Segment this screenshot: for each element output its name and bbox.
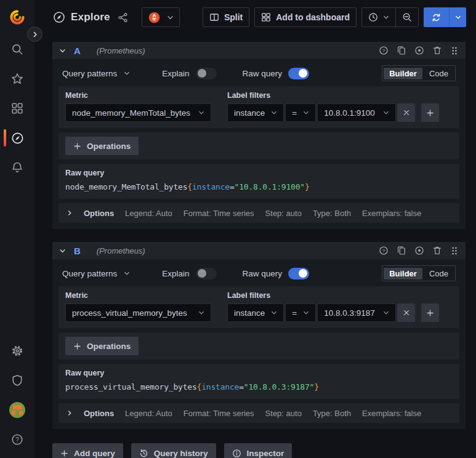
raw-query-toggle[interactable] — [288, 268, 309, 279]
raw-query-panel-label: Raw query — [65, 369, 453, 377]
sidebar-item-dashboards[interactable] — [0, 94, 34, 123]
disable-query-button[interactable] — [414, 246, 424, 255]
metric-select[interactable]: node_memory_MemTotal_bytes — [65, 103, 211, 122]
builder-mode-button[interactable]: Builder — [384, 68, 422, 79]
remove-query-button[interactable] — [432, 246, 442, 255]
editor-mode-group: Builder Code — [382, 65, 456, 81]
query-help-button[interactable]: ? — [379, 246, 389, 255]
query-row-header[interactable]: A (Prometheus) ? — [52, 42, 466, 59]
sidebar-item-settings[interactable] — [0, 336, 34, 366]
datasource-picker[interactable] — [142, 7, 180, 27]
apps-grid-icon — [261, 12, 271, 22]
query-patterns-dropdown[interactable]: Query patterns — [62, 269, 130, 278]
duplicate-query-button[interactable] — [397, 246, 406, 255]
chevron-down-icon — [383, 110, 389, 116]
collapse-query-button[interactable] — [59, 47, 66, 54]
time-zoom-out-button[interactable] — [396, 8, 418, 26]
search-icon — [11, 43, 23, 55]
chevron-down-icon — [198, 310, 204, 316]
builder-mode-button[interactable]: Builder — [384, 268, 422, 279]
metric-label: Metric — [65, 291, 211, 300]
plus-icon — [73, 342, 81, 350]
label-operator-select[interactable]: = — [285, 103, 316, 122]
label-key-select[interactable]: instance — [227, 303, 284, 322]
chevron-down-icon — [124, 70, 130, 76]
explain-toggle[interactable] — [196, 268, 217, 279]
raw-query-toggle-group: Raw query — [243, 68, 310, 79]
drag-query-handle[interactable] — [450, 46, 459, 55]
add-operation-button[interactable]: Operations — [65, 137, 139, 155]
split-button-label: Split — [224, 12, 243, 22]
code-mode-button[interactable]: Code — [424, 68, 454, 79]
add-operation-button[interactable]: Operations — [65, 337, 139, 355]
compass-icon — [11, 132, 24, 145]
label-value-select[interactable]: 10.8.0.3:9187 — [317, 303, 396, 322]
add-query-button[interactable]: Add query — [52, 443, 123, 458]
sidebar-item-profile[interactable] — [0, 395, 34, 425]
run-query-button[interactable] — [424, 7, 449, 27]
circle-dot-icon — [414, 246, 424, 255]
time-picker-button[interactable] — [362, 8, 395, 26]
chevron-down-icon — [271, 110, 277, 116]
add-operation-label: Operations — [87, 342, 131, 351]
metric-field: Metric node_memory_MemTotal_bytes — [65, 91, 211, 122]
query-options-bar[interactable]: Options Legend: Auto Format: Time series… — [58, 203, 459, 223]
query-history-button[interactable]: Query history — [131, 443, 216, 458]
sidebar-item-starred[interactable] — [0, 64, 34, 94]
disable-query-button[interactable] — [414, 46, 424, 55]
query-patterns-dropdown[interactable]: Query patterns — [62, 69, 130, 78]
chevron-down-icon — [383, 14, 389, 20]
bell-icon — [11, 161, 23, 174]
collapse-query-button[interactable] — [59, 247, 66, 254]
explain-toggle-group: Explain — [162, 268, 216, 279]
label-key-select[interactable]: instance — [227, 103, 284, 122]
raw-label-token: instance — [192, 182, 230, 191]
metric-select[interactable]: process_virtual_memory_bytes — [65, 303, 211, 322]
options-title[interactable]: Options — [84, 409, 114, 418]
info-circle-icon — [232, 449, 241, 458]
run-query-split-button — [424, 7, 466, 27]
label-operator-select[interactable]: = — [285, 303, 316, 322]
sidebar-item-help[interactable]: ? — [0, 425, 34, 454]
remove-filter-button[interactable] — [397, 303, 415, 322]
raw-query-code: node_memory_MemTotal_bytes{instance="10.… — [65, 182, 453, 191]
add-filter-button[interactable] — [421, 303, 439, 322]
query-datasource-name: (Prometheus) — [97, 46, 145, 55]
options-legend: Legend: Auto — [125, 409, 172, 418]
label-filters-field: Label filters instance = — [227, 291, 439, 322]
raw-string-token: "10.8.0.3:9187" — [244, 382, 314, 392]
run-query-interval-dropdown[interactable] — [450, 7, 466, 27]
add-filter-button[interactable] — [421, 103, 439, 122]
add-to-dashboard-button[interactable]: Add to dashboard — [254, 7, 357, 27]
remove-query-button[interactable] — [432, 46, 442, 55]
prometheus-icon — [148, 11, 161, 24]
options-title[interactable]: Options — [84, 209, 114, 218]
sidebar-item-alerting[interactable] — [0, 153, 34, 182]
raw-equals-token: = — [239, 382, 244, 392]
sidebar-item-explore[interactable] — [0, 123, 34, 153]
explain-toggle[interactable] — [196, 68, 217, 79]
share-shortened-link-button[interactable] — [118, 12, 128, 23]
inspector-button[interactable]: Inspector — [224, 443, 292, 458]
sidebar-expand-button[interactable] — [27, 26, 42, 42]
drag-query-handle[interactable] — [450, 246, 459, 255]
remove-filter-button[interactable] — [397, 103, 415, 122]
query-options-bar[interactable]: Options Legend: Auto Format: Time series… — [58, 403, 459, 423]
options-step: Step: auto — [265, 409, 302, 418]
raw-query-toggle[interactable] — [288, 68, 309, 79]
duplicate-query-button[interactable] — [397, 46, 406, 55]
split-button[interactable]: Split — [203, 7, 249, 27]
query-ref-id[interactable]: A — [74, 46, 81, 56]
query-ref-id[interactable]: B — [74, 246, 81, 256]
circle-dot-icon — [414, 46, 424, 55]
split-panes-icon — [209, 12, 219, 22]
query-help-button[interactable]: ? — [379, 46, 389, 55]
chevron-down-icon — [59, 247, 66, 254]
trash-icon — [432, 46, 442, 55]
sidebar-item-security[interactable] — [0, 366, 34, 395]
chevron-down-icon — [303, 110, 309, 116]
label-value-select[interactable]: 10.8.0.1:9100 — [317, 103, 396, 122]
code-mode-button[interactable]: Code — [424, 268, 454, 279]
query-row-header[interactable]: B (Prometheus) ? — [52, 242, 466, 259]
explain-label: Explain — [162, 69, 189, 78]
